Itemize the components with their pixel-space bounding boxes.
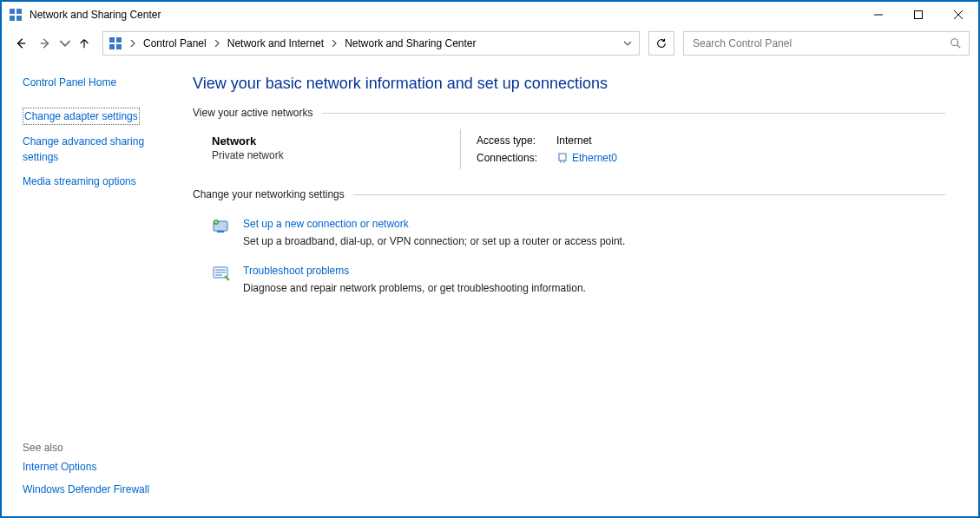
see-also-heading: See also [23, 442, 172, 454]
main-panel: View your basic network information and … [184, 59, 978, 516]
breadcrumb-control-panel[interactable]: Control Panel [140, 32, 210, 55]
minimize-button[interactable] [858, 2, 898, 28]
search-icon [950, 37, 962, 49]
up-button[interactable] [75, 33, 94, 54]
close-button[interactable] [938, 2, 978, 28]
divider [322, 113, 945, 114]
setup-connection-icon [212, 218, 233, 235]
vertical-divider [460, 129, 461, 169]
svg-rect-2 [10, 16, 15, 21]
refresh-button[interactable] [648, 31, 674, 56]
svg-rect-11 [116, 37, 122, 43]
connection-link[interactable]: Ethernet0 [572, 150, 617, 166]
chevron-right-icon[interactable] [210, 32, 224, 55]
svg-point-14 [951, 39, 958, 46]
address-dropdown[interactable] [620, 32, 635, 55]
chevron-right-icon[interactable] [126, 32, 140, 55]
access-type-value: Internet [556, 134, 592, 147]
sidebar: Control Panel Home Change adapter settin… [2, 59, 184, 516]
svg-rect-10 [109, 37, 115, 43]
chevron-right-icon[interactable] [327, 32, 341, 55]
section-label-text: Change your networking settings [193, 188, 345, 200]
sidebar-item-advanced-sharing[interactable]: Change advanced sharing settings [23, 134, 172, 165]
active-networks-heading: View your active networks [193, 107, 945, 119]
see-also-firewall[interactable]: Windows Defender Firewall [23, 482, 172, 497]
setup-connection-link[interactable]: Set up a new connection or network [243, 216, 409, 232]
maximize-button[interactable] [898, 2, 938, 28]
section-label-text: View your active networks [193, 107, 313, 119]
sidebar-label: Change advanced sharing settings [23, 135, 144, 163]
svg-rect-20 [217, 231, 224, 233]
search-input[interactable] [691, 36, 950, 50]
network-type: Private network [212, 149, 460, 161]
breadcrumb-network-internet[interactable]: Network and Internet [224, 32, 327, 55]
see-also-internet-options[interactable]: Internet Options [23, 459, 172, 475]
breadcrumb-network-sharing[interactable]: Network and Sharing Center [341, 32, 479, 55]
sidebar-item-media-streaming[interactable]: Media streaming options [23, 174, 172, 189]
address-bar[interactable]: Control Panel Network and Internet Netwo… [102, 31, 640, 56]
navbar: Control Panel Network and Internet Netwo… [2, 28, 978, 59]
ethernet-icon [556, 152, 569, 164]
network-sharing-icon [9, 8, 23, 22]
network-sharing-icon [109, 36, 122, 50]
search-box[interactable] [683, 31, 970, 56]
svg-rect-13 [116, 44, 122, 49]
divider [353, 194, 945, 195]
forward-button[interactable] [35, 33, 56, 54]
troubleshoot-desc: Diagnose and repair network problems, or… [243, 282, 586, 294]
page-heading: View your basic network information and … [193, 75, 945, 93]
svg-rect-16 [559, 154, 566, 161]
troubleshoot-item: Troubleshoot problems Diagnose and repai… [212, 263, 945, 294]
svg-rect-1 [16, 9, 22, 14]
back-button[interactable] [10, 33, 31, 54]
recent-locations-dropdown[interactable] [59, 33, 71, 54]
svg-line-15 [957, 45, 961, 49]
change-settings-heading: Change your networking settings [193, 188, 945, 200]
active-networks: Network Private network Access type: Int… [193, 126, 945, 185]
control-panel-home-link[interactable]: Control Panel Home [23, 75, 172, 90]
setup-connection-desc: Set up a broadband, dial-up, or VPN conn… [243, 235, 625, 247]
sidebar-item-adapter[interactable]: Change adapter settings [23, 108, 172, 125]
svg-rect-3 [16, 16, 22, 21]
svg-rect-12 [109, 44, 115, 49]
setup-connection-item: Set up a new connection or network Set u… [212, 216, 945, 247]
svg-rect-0 [10, 9, 15, 14]
sidebar-label: Media streaming options [23, 175, 136, 187]
connections-label: Connections: [477, 152, 556, 164]
sidebar-label: Change adapter settings [23, 108, 140, 125]
window-title: Network and Sharing Center [30, 9, 161, 21]
network-name: Network [212, 134, 460, 148]
svg-rect-5 [915, 11, 923, 19]
titlebar: Network and Sharing Center [2, 2, 978, 28]
troubleshoot-link[interactable]: Troubleshoot problems [243, 263, 349, 279]
troubleshoot-icon [212, 265, 233, 282]
access-type-label: Access type: [477, 134, 556, 147]
